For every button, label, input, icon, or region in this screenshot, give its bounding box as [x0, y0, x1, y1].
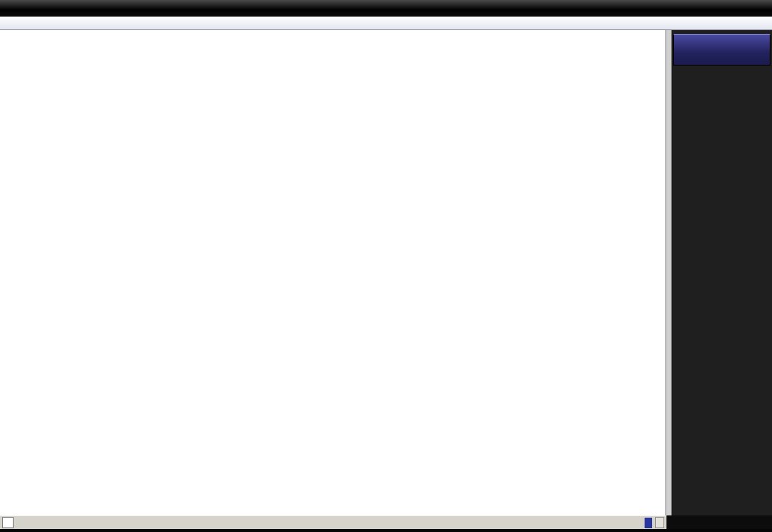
- status-bar-filler: [666, 515, 772, 529]
- calibration-badge: [645, 518, 652, 528]
- menu-bar: [0, 17, 772, 30]
- softkey-menu-title: [673, 34, 770, 66]
- alert-badge: [655, 517, 664, 528]
- tr1-header[interactable]: [3, 32, 51, 66]
- channel-number-box: [2, 517, 14, 528]
- stop-group: [642, 517, 666, 528]
- network-analyzer-window: [0, 0, 772, 532]
- status-row: [0, 515, 772, 529]
- softkey-sidebar: [666, 30, 772, 515]
- main-area: [0, 30, 772, 515]
- window-titlebar[interactable]: [0, 0, 772, 17]
- bottom-edge: [0, 529, 772, 532]
- tr1-swr-plot: [57, 50, 662, 266]
- tr2-logmag-plot: [57, 294, 326, 507]
- softkey-scroll-strip[interactable]: [666, 30, 672, 515]
- trace-display-area: [0, 30, 665, 515]
- status-bar: [0, 515, 666, 529]
- tr3-smith-chart: [341, 290, 666, 517]
